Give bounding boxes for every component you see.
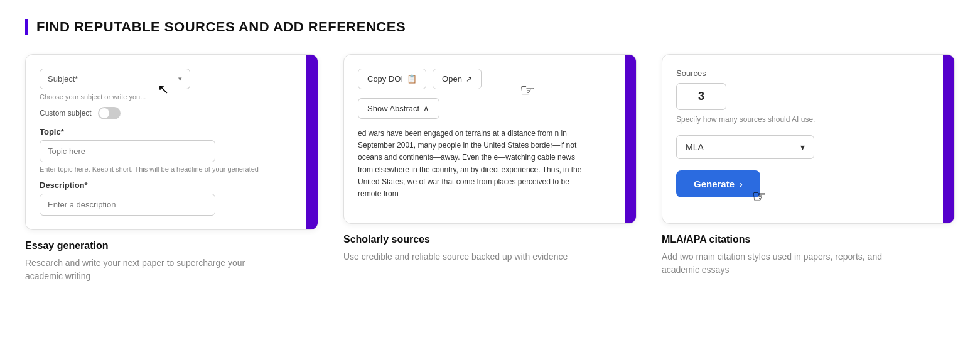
topic-hint: Enter topic here. Keep it short. This wi… <box>40 165 272 173</box>
show-abstract-button[interactable]: Show Abstract ∧ <box>358 98 439 119</box>
generate-button[interactable]: Generate › <box>676 170 760 197</box>
scholarly-feature-desc: Use credible and reliable source backed … <box>343 250 569 263</box>
sources-hint: Specify how many sources should AI use. <box>676 115 927 124</box>
essay-feature-text: Essay generation Research and write your… <box>25 240 318 283</box>
arrow-right-icon: › <box>740 179 743 189</box>
subject-helper-text: Choose your subject or write you... <box>40 93 290 101</box>
scholarly-card-wrapper: Copy DOI 📋 Open ↗ ☞ Show Abstract ∧ ed w… <box>343 54 637 263</box>
citations-card-wrapper: Sources 3 Specify how many sources shoul… <box>662 54 955 277</box>
subject-placeholder: Subject* <box>48 74 78 84</box>
scholarly-feature-text: Scholarly sources Use credible and relia… <box>343 234 637 263</box>
scholarly-feature-title: Scholarly sources <box>343 234 637 245</box>
external-link-icon: ↗ <box>466 75 472 84</box>
chevron-down-icon: ▾ <box>800 142 805 152</box>
doi-toolbar: Copy DOI 📋 Open ↗ <box>358 69 608 89</box>
scholarly-card: Copy DOI 📋 Open ↗ ☞ Show Abstract ∧ ed w… <box>343 54 637 224</box>
copy-doi-label: Copy DOI <box>367 74 403 84</box>
sources-number: 3 <box>676 83 726 110</box>
chevron-down-icon: ▾ <box>178 75 182 83</box>
page-title: FIND REPUTABLE SOURCES AND ADD REFERENCE… <box>25 19 955 35</box>
cards-row: Subject* ▾ ↖ Choose your subject or writ… <box>25 54 955 283</box>
subject-dropdown[interactable]: Subject* ▾ <box>40 69 190 89</box>
topic-label: Topic* <box>40 127 290 136</box>
custom-subject-toggle[interactable] <box>98 107 121 119</box>
open-button[interactable]: Open ↗ <box>433 69 482 89</box>
sources-label: Sources <box>676 69 927 78</box>
citation-style-dropdown[interactable]: MLA ▾ <box>676 135 814 159</box>
chevron-up-icon: ∧ <box>423 104 429 113</box>
generate-label: Generate <box>694 179 735 189</box>
show-abstract-label: Show Abstract <box>367 104 419 113</box>
copy-doi-button[interactable]: Copy DOI 📋 <box>358 69 426 89</box>
copy-icon: 📋 <box>407 74 417 84</box>
essay-card: Subject* ▾ ↖ Choose your subject or writ… <box>25 54 318 230</box>
description-label: Description* <box>40 180 290 190</box>
abstract-text: ed wars have been engaged on terrains at… <box>358 128 590 200</box>
citations-card: Sources 3 Specify how many sources shoul… <box>662 54 955 224</box>
description-input[interactable] <box>40 194 215 216</box>
essay-card-wrapper: Subject* ▾ ↖ Choose your subject or writ… <box>25 54 318 283</box>
open-label: Open <box>442 74 462 84</box>
topic-input[interactable] <box>40 140 215 162</box>
citations-feature-text: MLA/APA citations Add two main citation … <box>662 234 955 277</box>
custom-subject-label: Custom subject <box>40 109 92 118</box>
citations-feature-title: MLA/APA citations <box>662 234 955 245</box>
essay-feature-title: Essay generation <box>25 240 318 251</box>
custom-subject-row: Custom subject <box>40 107 290 119</box>
citation-style-value: MLA <box>686 142 704 152</box>
citations-feature-desc: Add two main citation styles used in pap… <box>662 250 888 277</box>
essay-feature-desc: Research and write your next paper to su… <box>25 257 251 283</box>
